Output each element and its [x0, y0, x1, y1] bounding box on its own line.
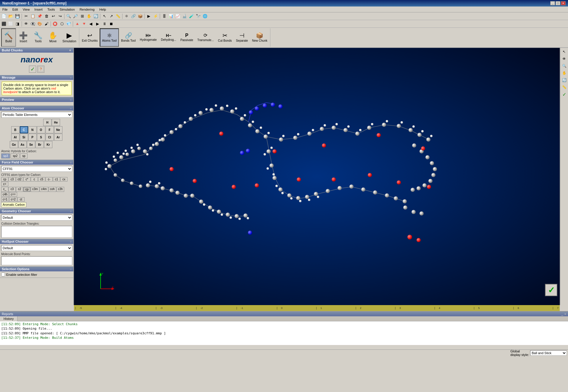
separate-button[interactable]: ⊣ Separate — [234, 28, 250, 47]
tb2-fullerene[interactable]: ⬡ — [59, 21, 65, 27]
tb2-hide[interactable]: 👁 — [23, 21, 29, 27]
ff-c3b[interactable]: c3 — [9, 187, 16, 192]
element-F[interactable]: F — [46, 126, 54, 133]
ff-ceq2[interactable]: c=2 — [9, 197, 17, 202]
hydrogenate-button[interactable]: H+ Hydrogenate — [138, 28, 159, 47]
rt-select-btn[interactable]: ↖ — [561, 48, 567, 55]
hotspot-dropdown[interactable]: Default — [1, 245, 72, 251]
element-Ar[interactable]: Ar — [54, 134, 62, 141]
rt-pan-btn[interactable]: ✋ — [561, 70, 567, 76]
hybrid-sp2[interactable]: sp2 — [11, 153, 20, 158]
tb-rotate[interactable]: 🔄 — [93, 13, 99, 20]
element-P[interactable]: P — [28, 134, 37, 141]
insert-button[interactable]: ➕ Insert — [16, 28, 31, 47]
tb-measure[interactable]: 📏 — [115, 13, 121, 20]
periodic-table-dropdown[interactable]: Periodic Table Elements — [1, 112, 72, 118]
passivate-button[interactable]: P Passivate — [178, 28, 195, 47]
hotspot-header[interactable]: HotSpot Chooser ○ — [0, 239, 73, 244]
cut-bonds-button[interactable]: ✂ Cut Bonds — [216, 28, 234, 47]
simulation-button[interactable]: ▶ Simulation — [60, 28, 78, 47]
rt-measure-btn[interactable]: 📏 — [561, 84, 567, 90]
tb-pan[interactable]: ✋ — [86, 13, 92, 20]
tb-select2[interactable]: ↗ — [108, 13, 114, 20]
tb2-deselect[interactable]: ⬜ — [7, 21, 14, 27]
ff-c4h[interactable]: c4h — [1, 192, 9, 197]
ff-cstar[interactable]: c* — [23, 177, 30, 182]
element-C[interactable]: C — [20, 126, 28, 133]
tb-zoom-in[interactable]: 🔍 — [65, 13, 72, 20]
element-Br[interactable]: Br — [36, 141, 44, 148]
ff-c[interactable]: c — [31, 177, 38, 182]
menu-tools[interactable]: Tools — [45, 7, 57, 12]
element-S[interactable]: S — [37, 134, 45, 141]
tb-chunk[interactable]: 📦 — [137, 13, 143, 20]
dehydrogenate-button[interactable]: H− Dehydrog... — [159, 28, 178, 47]
ff-c3[interactable]: c3 — [9, 177, 16, 182]
element-N[interactable]: N — [28, 126, 37, 133]
tb-open[interactable]: 📂 — [7, 13, 14, 20]
preview-collapse[interactable]: ○ — [70, 98, 72, 101]
build-chunks-collapse[interactable]: ▼ — [69, 49, 72, 52]
tb2-invert[interactable]: ◨ — [14, 21, 21, 27]
tb-select[interactable]: ↖ — [101, 13, 108, 20]
tb-more4[interactable]: 🔬 — [181, 13, 188, 20]
reports-close[interactable]: × — [564, 312, 566, 316]
tb-more6[interactable]: 🔭 — [195, 13, 201, 20]
ff-c1[interactable]: c1 — [53, 177, 60, 182]
build-chunks-header[interactable]: Build Chunks ▼ — [0, 48, 73, 53]
tb2-show[interactable]: 👁‍🗨 — [30, 21, 36, 27]
tb2-color[interactable]: 🖌 — [43, 21, 50, 27]
element-Kr[interactable]: Kr — [44, 141, 52, 148]
element-O[interactable]: O — [37, 126, 45, 133]
selection-collapse[interactable]: ○ — [70, 268, 72, 271]
tb-sim[interactable]: ▶ — [146, 13, 152, 20]
menu-edit[interactable]: Edit — [10, 7, 20, 12]
atom-chooser-collapse[interactable]: ○ — [70, 107, 72, 110]
rt-view-btn[interactable]: 👁 — [561, 56, 567, 62]
ff-c2[interactable]: c2 — [16, 187, 23, 192]
element-Ge[interactable]: Ge — [10, 141, 18, 148]
tb2-more6[interactable]: ⏹ — [108, 21, 114, 27]
element-Al[interactable]: Al — [11, 134, 20, 141]
ff-cp[interactable]: cp — [1, 177, 8, 182]
element-B[interactable]: B — [11, 126, 20, 133]
geometry-dropdown[interactable]: Default — [1, 215, 72, 221]
minimize-button[interactable]: _ — [550, 1, 555, 5]
move-button[interactable]: ✋ Move — [46, 28, 60, 47]
tb2-select-all[interactable]: ⬛ — [1, 21, 7, 27]
geometry-collapse[interactable]: ○ — [70, 210, 72, 213]
close-button[interactable]: × — [561, 1, 566, 5]
tb-paste[interactable]: 📌 — [36, 13, 43, 20]
selection-header[interactable]: Selection Options ○ — [0, 267, 73, 271]
tb2-nanotube[interactable]: ⭕ — [52, 21, 58, 27]
hybrid-sp3[interactable]: sp3 — [1, 153, 10, 158]
tb-more3[interactable]: 📈 — [175, 13, 181, 20]
element-Si[interactable]: Si — [20, 134, 28, 141]
tb-redo[interactable]: ↪ — [57, 13, 63, 20]
menu-file[interactable]: File — [0, 7, 10, 12]
selection-filter-checkbox[interactable] — [1, 273, 5, 276]
atoms-tool-button[interactable]: ⚛ Atoms Tool — [100, 28, 119, 47]
rt-rotate-btn[interactable]: 🔄 — [561, 77, 567, 83]
tb-zoom-out[interactable]: 🔎 — [72, 13, 79, 20]
element-He[interactable]: He — [52, 119, 60, 126]
logo-check-button[interactable]: ✓ — [29, 66, 36, 73]
ff-c_[interactable]: c_ — [1, 187, 8, 192]
force-field-header[interactable]: Force Field Chooser ○ — [0, 160, 73, 165]
preview-header[interactable]: Preview ○ — [0, 97, 73, 102]
history-tab[interactable]: History — [0, 316, 17, 321]
tb-zoom-fit[interactable]: ⊞ — [79, 13, 85, 20]
ff-c3h[interactable]: c3h — [57, 187, 64, 192]
force-field-collapse[interactable]: ○ — [70, 161, 72, 164]
message-header[interactable]: Message ○ — [0, 75, 73, 80]
ff-ceq1[interactable]: c=1 — [1, 197, 9, 202]
new-chunk-button[interactable]: 📦 New Chunk — [250, 28, 270, 47]
tb2-more4[interactable]: ▶ — [94, 21, 101, 27]
tb-more2[interactable]: 📊 — [168, 13, 174, 20]
ff-coh[interactable]: coh — [49, 187, 56, 192]
tb-cut[interactable]: ✂ — [23, 13, 29, 20]
viewport[interactable]: Y X ✓ — [74, 48, 560, 305]
atom-chooser-header[interactable]: Atom Chooser ○ — [0, 106, 73, 111]
exit-chunks-button[interactable]: ↩ Exit Chunks — [80, 28, 100, 47]
tb-more5[interactable]: 🧪 — [188, 13, 195, 20]
